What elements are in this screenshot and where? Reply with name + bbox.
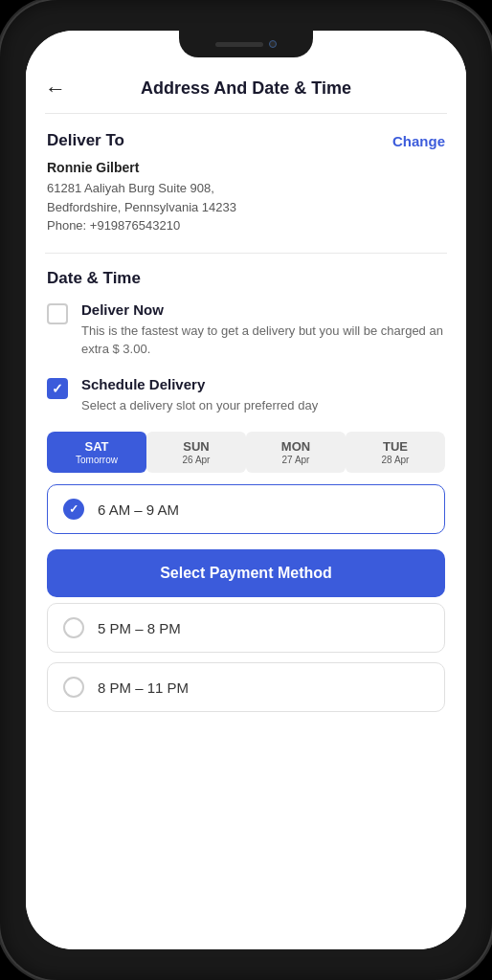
day-tab-sun[interactable]: SUN 26 Apr — [146, 432, 246, 473]
deliver-now-checkbox[interactable] — [47, 303, 68, 324]
radio-slot-1 — [63, 499, 84, 520]
day-tab-mon[interactable]: MON 27 Apr — [246, 432, 346, 473]
select-payment-button[interactable]: Select Payment Method — [47, 549, 445, 597]
deliver-now-desc: This is the fastest way to get a deliver… — [81, 322, 445, 359]
screen-content: ← Address And Date & Time Deliver To Cha… — [26, 31, 466, 949]
recipient-name: Ronnie Gilbert — [47, 160, 445, 175]
day-tab-sat[interactable]: SAT Tomorrow — [47, 432, 146, 473]
deliver-to-title: Deliver To — [47, 131, 124, 150]
radio-slot-2 — [63, 617, 84, 638]
speaker — [215, 42, 263, 47]
schedule-delivery-label: Schedule Delivery — [81, 376, 318, 392]
day-tab-mon-sub: 27 Apr — [250, 455, 342, 465]
schedule-delivery-checkbox[interactable] — [47, 378, 68, 399]
time-slot-1[interactable]: 6 AM – 9 AM — [47, 484, 445, 534]
phone-screen: ← Address And Date & Time Deliver To Cha… — [26, 31, 466, 949]
day-tabs-container: SAT Tomorrow SUN 26 Apr MON 27 Apr TUE 2… — [47, 432, 445, 473]
phone-number: Phone: +919876543210 — [47, 216, 445, 235]
schedule-delivery-content: Schedule Delivery Select a delivery slot… — [81, 376, 318, 415]
deliver-now-option[interactable]: Deliver Now This is the fastest way to g… — [47, 301, 445, 359]
day-tab-tue-sub: 28 Apr — [349, 455, 441, 465]
schedule-delivery-desc: Select a delivery slot on your preferred… — [81, 396, 318, 415]
address-line1: 61281 Aaliyah Burg Suite 908, — [47, 179, 445, 198]
change-button[interactable]: Change — [392, 133, 445, 149]
header: ← Address And Date & Time — [26, 64, 466, 113]
notch — [179, 31, 313, 57]
day-tab-mon-name: MON — [250, 439, 342, 454]
time-label-2: 5 PM – 8 PM — [98, 620, 181, 636]
day-tab-sat-name: SAT — [51, 439, 143, 454]
deliver-to-header: Deliver To Change — [47, 131, 445, 150]
day-tab-tue[interactable]: TUE 28 Apr — [346, 432, 445, 473]
radio-slot-3 — [63, 677, 84, 698]
deliver-to-section: Deliver To Change Ronnie Gilbert 61281 A… — [26, 114, 466, 253]
time-label-1: 6 AM – 9 AM — [98, 501, 179, 518]
time-slot-2[interactable]: 5 PM – 8 PM — [47, 603, 445, 653]
date-time-title: Date & Time — [47, 269, 445, 288]
address-line2: Bedfordshire, Pennsylvania 14233 — [47, 198, 445, 217]
time-slot-3[interactable]: 8 PM – 11 PM — [47, 662, 445, 712]
camera — [269, 40, 277, 48]
page-title: Address And Date & Time — [141, 78, 351, 99]
phone-frame: ← Address And Date & Time Deliver To Cha… — [0, 0, 492, 980]
schedule-delivery-option[interactable]: Schedule Delivery Select a delivery slot… — [47, 376, 445, 415]
time-label-3: 8 PM – 11 PM — [98, 679, 189, 696]
day-tab-sun-sub: 26 Apr — [150, 455, 242, 465]
date-time-section: Date & Time Deliver Now This is the fast… — [26, 254, 466, 738]
day-tab-sat-sub: Tomorrow — [51, 455, 143, 465]
deliver-now-label: Deliver Now — [81, 301, 445, 318]
day-tab-sun-name: SUN — [150, 439, 242, 454]
back-button[interactable]: ← — [45, 77, 66, 101]
deliver-now-content: Deliver Now This is the fastest way to g… — [81, 301, 445, 359]
day-tab-tue-name: TUE — [349, 439, 441, 454]
